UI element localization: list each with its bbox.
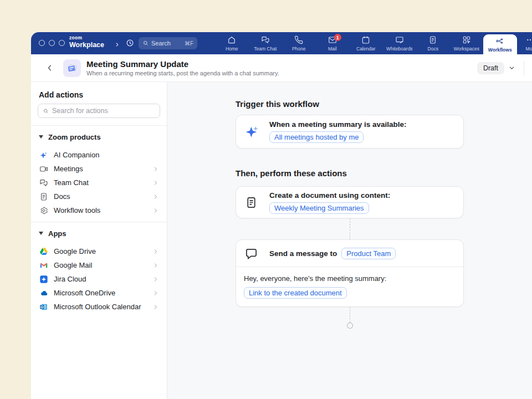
- docs-icon: [39, 192, 48, 201]
- document-link-pill[interactable]: Link to the created document: [244, 287, 347, 299]
- nav-item-home[interactable]: Home: [215, 32, 249, 54]
- sidebar-item-google-mail[interactable]: Google Mail: [38, 258, 160, 272]
- workflow-canvas: Trigger this workflow When a meeting sum…: [167, 82, 532, 399]
- search-icon: [142, 40, 149, 47]
- trigger-title: When a meeting summary is available:: [269, 120, 407, 129]
- recipient-pill[interactable]: Product Team: [341, 248, 396, 259]
- workflow-title-block: Meeting Summary Update When a recurring …: [86, 59, 279, 76]
- actions-search-field[interactable]: [38, 104, 160, 118]
- app-window: zoom Workplace Search ⌘F Home Team Chat: [31, 32, 532, 399]
- workflow-connector: [350, 218, 350, 239]
- top-navbar: zoom Workplace Search ⌘F Home Team Chat: [31, 32, 532, 54]
- chevron-down-icon[interactable]: [508, 64, 515, 71]
- trigger-heading: Trigger this workflow: [236, 99, 464, 109]
- chevron-right-icon: [152, 166, 159, 172]
- chevron-right-icon: [152, 262, 159, 269]
- nav-item-more[interactable]: More: [517, 32, 532, 54]
- workflow-header: Meeting Summary Update When a recurring …: [31, 54, 532, 82]
- sidebar-item-jira-cloud[interactable]: Jira Cloud: [38, 272, 160, 286]
- onedrive-icon: [39, 288, 48, 298]
- workflows-icon: [495, 37, 504, 45]
- search-input[interactable]: [52, 107, 155, 115]
- nav-item-phone[interactable]: Phone: [282, 32, 316, 54]
- window-control-minimize[interactable]: [49, 40, 55, 46]
- mail-badge: 1: [334, 34, 341, 41]
- workflow-connector: [350, 307, 350, 323]
- nav-item-docs[interactable]: Docs: [416, 32, 450, 54]
- sidebar-item-workflow-tools[interactable]: Workflow tools: [38, 203, 160, 217]
- back-button[interactable]: [45, 64, 54, 72]
- chevron-right-icon: [152, 290, 159, 296]
- section-apps[interactable]: Apps: [39, 228, 160, 239]
- chevron-right-icon: [152, 248, 159, 255]
- nav-item-whiteboards[interactable]: Whiteboards: [383, 32, 417, 54]
- logo-zoom-text: zoom: [69, 35, 104, 40]
- window-control-zoom[interactable]: [59, 40, 65, 46]
- chevron-right-icon: [152, 276, 159, 283]
- global-search[interactable]: Search ⌘F: [139, 37, 197, 49]
- team-chat-icon: [261, 35, 270, 44]
- app-body: Add actions Zoom products AI Companion: [31, 82, 532, 399]
- nav-item-calendar[interactable]: Calendar: [349, 32, 383, 54]
- trigger-scope-pill[interactable]: All meetings hosted by me: [269, 131, 364, 143]
- draft-status-badge[interactable]: Draft: [477, 62, 504, 74]
- message-body[interactable]: Hey, everyone, here's the meeting summar…: [236, 267, 463, 306]
- message-text: Hey, everyone, here's the meeting summar…: [244, 274, 456, 283]
- chevron-right-icon[interactable]: [114, 40, 120, 50]
- outlook-calendar-icon: [39, 302, 48, 311]
- main-nav: Home Team Chat Phone Mail 1 Calendar: [215, 32, 532, 54]
- sidebar-title: Add actions: [39, 90, 160, 99]
- workflow-content: Trigger this workflow When a meeting sum…: [236, 99, 464, 329]
- search-shortcut: ⌘F: [185, 40, 193, 47]
- sidebar-item-docs[interactable]: Docs: [38, 190, 160, 203]
- action-card-send-message[interactable]: Send a message to Product Team Hey, ever…: [236, 239, 464, 307]
- team-chat-icon: [39, 178, 48, 187]
- google-drive-icon: [39, 247, 48, 256]
- sidebar-item-meetings[interactable]: Meetings: [38, 162, 160, 176]
- history-clock-icon[interactable]: [125, 38, 135, 50]
- action-card-create-document[interactable]: Create a document using content: Weekly …: [236, 186, 464, 218]
- header-divider: [524, 61, 524, 75]
- document-icon: [245, 196, 269, 209]
- ai-sparkle-icon: [245, 125, 269, 139]
- nav-item-team-chat[interactable]: Team Chat: [249, 32, 283, 54]
- sidebar-item-microsoft-onedrive[interactable]: Microsoft OneDrive: [38, 286, 160, 300]
- window-control-close[interactable]: [39, 40, 45, 46]
- nav-item-mail[interactable]: Mail 1: [316, 32, 350, 54]
- whiteboard-icon: [395, 35, 404, 44]
- jira-icon: [39, 274, 48, 284]
- chevron-right-icon: [152, 180, 159, 186]
- home-icon: [227, 35, 236, 44]
- phone-icon: [294, 35, 303, 44]
- calendar-icon: [361, 35, 370, 44]
- speech-bubble-icon: [245, 247, 269, 260]
- trigger-card[interactable]: When a meeting summary is available: All…: [236, 115, 464, 149]
- triangle-down-icon: [39, 135, 43, 139]
- actions-heading: Then, perform these actions: [236, 168, 464, 178]
- logo-brand-text: Workplace: [69, 42, 104, 49]
- sidebar-item-google-drive[interactable]: Google Drive: [38, 244, 160, 258]
- nav-item-workflows[interactable]: Workflows: [483, 34, 517, 54]
- zoom-workplace-logo: zoom Workplace: [69, 35, 104, 48]
- search-placeholder: Search: [151, 40, 185, 47]
- sidebar-divider: [31, 125, 167, 126]
- nav-item-workspaces[interactable]: Workspaces: [450, 32, 484, 54]
- send-message-header: Send a message to Product Team: [236, 240, 463, 267]
- sidebar-item-microsoft-outlook-calendar[interactable]: Microsoft Outlook Calendar: [38, 300, 160, 314]
- add-step-node[interactable]: [347, 323, 353, 329]
- sidebar-divider: [31, 222, 167, 222]
- header-actions: Draft: [477, 54, 524, 81]
- document-content-pill[interactable]: Weekly Meeting Summaries: [269, 202, 369, 214]
- page-subtitle: When a recurring meeting starts, post th…: [86, 70, 279, 76]
- chevron-right-icon: [152, 207, 159, 214]
- create-document-title: Create a document using content:: [269, 191, 390, 200]
- chevron-right-icon: [152, 304, 159, 310]
- section-zoom-products[interactable]: Zoom products: [39, 131, 160, 142]
- actions-sidebar: Add actions Zoom products AI Companion: [31, 82, 167, 399]
- chevron-right-icon: [152, 193, 159, 200]
- ai-sparkle-icon: [39, 150, 48, 160]
- sidebar-item-ai-companion[interactable]: AI Companion: [38, 148, 160, 162]
- workspaces-icon: [462, 35, 471, 44]
- sidebar-item-team-chat[interactable]: Team Chat: [38, 176, 160, 190]
- triangle-down-icon: [39, 232, 43, 235]
